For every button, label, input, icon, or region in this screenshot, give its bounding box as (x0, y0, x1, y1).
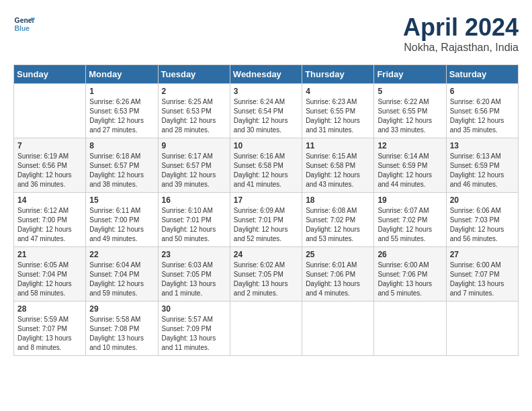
svg-text:Blue: Blue (15, 25, 30, 32)
day-number: 17 (234, 195, 298, 205)
calendar-week-row: 1Sunrise: 6:26 AMSunset: 6:53 PMDaylight… (14, 84, 519, 138)
day-info: Sunrise: 6:17 AMSunset: 6:57 PMDaylight:… (162, 152, 226, 189)
day-info: Sunrise: 6:12 AMSunset: 7:00 PMDaylight:… (17, 206, 82, 244)
calendar-week-row: 21Sunrise: 6:05 AMSunset: 7:04 PMDayligh… (14, 247, 519, 302)
day-number: 6 (450, 87, 515, 96)
calendar-week-row: 7Sunrise: 6:19 AMSunset: 6:56 PMDaylight… (14, 138, 519, 193)
weekday-header: Thursday (302, 65, 374, 84)
calendar-cell (230, 302, 302, 356)
calendar-cell: 2Sunrise: 6:25 AMSunset: 6:53 PMDaylight… (158, 84, 230, 138)
day-number: 22 (89, 250, 154, 259)
day-info: Sunrise: 6:05 AMSunset: 7:04 PMDaylight:… (17, 261, 82, 298)
weekday-header: Monday (86, 65, 158, 84)
calendar-cell: 3Sunrise: 6:24 AMSunset: 6:54 PMDaylight… (230, 84, 302, 138)
calendar-table: SundayMondayTuesdayWednesdayThursdayFrid… (13, 64, 519, 356)
day-info: Sunrise: 6:26 AMSunset: 6:53 PMDaylight:… (89, 97, 154, 135)
day-info: Sunrise: 6:23 AMSunset: 6:55 PMDaylight:… (306, 97, 370, 135)
day-info: Sunrise: 6:24 AMSunset: 6:54 PMDaylight:… (234, 97, 298, 135)
weekday-header-row: SundayMondayTuesdayWednesdayThursdayFrid… (14, 65, 519, 84)
calendar-cell: 28Sunrise: 5:59 AMSunset: 7:07 PMDayligh… (14, 302, 86, 356)
day-number: 20 (450, 195, 515, 205)
calendar-cell: 14Sunrise: 6:12 AMSunset: 7:00 PMDayligh… (14, 193, 86, 247)
calendar-cell: 18Sunrise: 6:08 AMSunset: 7:02 PMDayligh… (302, 193, 374, 247)
day-number: 26 (378, 250, 442, 259)
day-number: 14 (17, 195, 82, 205)
day-number: 25 (306, 250, 370, 259)
calendar-cell: 30Sunrise: 5:57 AMSunset: 7:09 PMDayligh… (158, 302, 230, 356)
day-info: Sunrise: 6:03 AMSunset: 7:05 PMDaylight:… (162, 261, 226, 298)
day-info: Sunrise: 6:16 AMSunset: 6:58 PMDaylight:… (234, 152, 298, 189)
calendar-cell: 23Sunrise: 6:03 AMSunset: 7:05 PMDayligh… (158, 247, 230, 302)
calendar-cell: 5Sunrise: 6:22 AMSunset: 6:55 PMDaylight… (374, 84, 446, 138)
calendar-cell: 6Sunrise: 6:20 AMSunset: 6:56 PMDaylight… (446, 84, 518, 138)
calendar-cell: 22Sunrise: 6:04 AMSunset: 7:04 PMDayligh… (86, 247, 158, 302)
day-info: Sunrise: 6:15 AMSunset: 6:58 PMDaylight:… (306, 152, 370, 189)
day-info: Sunrise: 6:00 AMSunset: 7:06 PMDaylight:… (378, 261, 442, 298)
page-header: General Blue April 2024 Nokha, Rajasthan… (13, 13, 519, 54)
day-number: 28 (17, 304, 82, 314)
weekday-header: Sunday (14, 65, 86, 84)
logo: General Blue (13, 13, 35, 35)
calendar-cell: 4Sunrise: 6:23 AMSunset: 6:55 PMDaylight… (302, 84, 374, 138)
day-number: 27 (450, 250, 515, 259)
day-number: 9 (162, 141, 226, 150)
day-info: Sunrise: 6:11 AMSunset: 7:00 PMDaylight:… (89, 206, 154, 244)
day-info: Sunrise: 6:04 AMSunset: 7:04 PMDaylight:… (89, 261, 154, 298)
calendar-cell: 11Sunrise: 6:15 AMSunset: 6:58 PMDayligh… (302, 138, 374, 193)
calendar-cell: 27Sunrise: 6:00 AMSunset: 7:07 PMDayligh… (446, 247, 518, 302)
calendar-cell: 25Sunrise: 6:01 AMSunset: 7:06 PMDayligh… (302, 247, 374, 302)
subtitle: Nokha, Rajasthan, India (403, 42, 519, 54)
day-info: Sunrise: 6:01 AMSunset: 7:06 PMDaylight:… (306, 261, 370, 298)
day-number: 1 (89, 87, 154, 96)
day-info: Sunrise: 6:14 AMSunset: 6:59 PMDaylight:… (378, 152, 442, 189)
day-number: 2 (162, 87, 226, 96)
calendar-cell: 8Sunrise: 6:18 AMSunset: 6:57 PMDaylight… (86, 138, 158, 193)
calendar-cell: 20Sunrise: 6:06 AMSunset: 7:03 PMDayligh… (446, 193, 518, 247)
day-info: Sunrise: 6:25 AMSunset: 6:53 PMDaylight:… (162, 97, 226, 135)
day-number: 8 (89, 141, 154, 150)
day-number: 5 (378, 87, 442, 96)
calendar-cell: 19Sunrise: 6:07 AMSunset: 7:02 PMDayligh… (374, 193, 446, 247)
day-info: Sunrise: 6:00 AMSunset: 7:07 PMDaylight:… (450, 261, 515, 298)
calendar-cell: 21Sunrise: 6:05 AMSunset: 7:04 PMDayligh… (14, 247, 86, 302)
day-info: Sunrise: 6:07 AMSunset: 7:02 PMDaylight:… (378, 206, 442, 244)
day-number: 12 (378, 141, 442, 150)
day-info: Sunrise: 6:18 AMSunset: 6:57 PMDaylight:… (89, 152, 154, 189)
day-number: 29 (89, 304, 154, 314)
day-info: Sunrise: 6:09 AMSunset: 7:01 PMDaylight:… (234, 206, 298, 244)
day-info: Sunrise: 6:19 AMSunset: 6:56 PMDaylight:… (17, 152, 82, 189)
day-number: 13 (450, 141, 515, 150)
day-info: Sunrise: 5:59 AMSunset: 7:07 PMDaylight:… (17, 315, 82, 353)
calendar-week-row: 14Sunrise: 6:12 AMSunset: 7:00 PMDayligh… (14, 193, 519, 247)
calendar-cell: 26Sunrise: 6:00 AMSunset: 7:06 PMDayligh… (374, 247, 446, 302)
day-number: 30 (162, 304, 226, 314)
weekday-header: Wednesday (230, 65, 302, 84)
day-number: 4 (306, 87, 370, 96)
calendar-cell: 10Sunrise: 6:16 AMSunset: 6:58 PMDayligh… (230, 138, 302, 193)
calendar-cell: 1Sunrise: 6:26 AMSunset: 6:53 PMDaylight… (86, 84, 158, 138)
title-area: April 2024 Nokha, Rajasthan, India (403, 13, 519, 54)
main-title: April 2024 (403, 13, 519, 42)
calendar-cell: 15Sunrise: 6:11 AMSunset: 7:00 PMDayligh… (86, 193, 158, 247)
day-number: 21 (17, 250, 82, 259)
day-number: 11 (306, 141, 370, 150)
calendar-cell: 24Sunrise: 6:02 AMSunset: 7:05 PMDayligh… (230, 247, 302, 302)
calendar-cell: 9Sunrise: 6:17 AMSunset: 6:57 PMDaylight… (158, 138, 230, 193)
calendar-cell (302, 302, 374, 356)
day-info: Sunrise: 6:02 AMSunset: 7:05 PMDaylight:… (234, 261, 298, 298)
calendar-cell: 7Sunrise: 6:19 AMSunset: 6:56 PMDaylight… (14, 138, 86, 193)
day-info: Sunrise: 6:10 AMSunset: 7:01 PMDaylight:… (162, 206, 226, 244)
calendar-cell: 16Sunrise: 6:10 AMSunset: 7:01 PMDayligh… (158, 193, 230, 247)
day-number: 10 (234, 141, 298, 150)
day-number: 3 (234, 87, 298, 96)
day-number: 19 (378, 195, 442, 205)
day-info: Sunrise: 6:20 AMSunset: 6:56 PMDaylight:… (450, 97, 515, 135)
day-info: Sunrise: 6:08 AMSunset: 7:02 PMDaylight:… (306, 206, 370, 244)
day-number: 24 (234, 250, 298, 259)
calendar-cell: 13Sunrise: 6:13 AMSunset: 6:59 PMDayligh… (446, 138, 518, 193)
day-number: 18 (306, 195, 370, 205)
calendar-cell: 12Sunrise: 6:14 AMSunset: 6:59 PMDayligh… (374, 138, 446, 193)
day-info: Sunrise: 6:06 AMSunset: 7:03 PMDaylight:… (450, 206, 515, 244)
calendar-week-row: 28Sunrise: 5:59 AMSunset: 7:07 PMDayligh… (14, 302, 519, 356)
calendar-cell (446, 302, 518, 356)
